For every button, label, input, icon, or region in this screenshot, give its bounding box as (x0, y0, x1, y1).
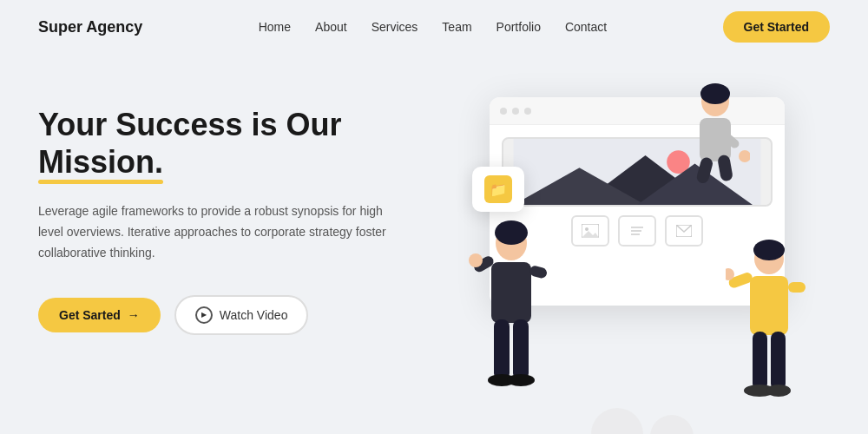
svg-point-14 (495, 220, 528, 245)
svg-point-31 (753, 240, 785, 260)
play-icon: ▶ (195, 306, 213, 324)
deco-circle-1 (591, 408, 643, 434)
nav-team[interactable]: Team (442, 20, 471, 34)
hero-title-highlighted: Mission. (38, 143, 163, 181)
svg-rect-19 (513, 319, 529, 380)
svg-rect-36 (771, 332, 786, 391)
nav-home[interactable]: Home (259, 20, 291, 34)
svg-point-29 (739, 150, 750, 162)
site-logo: Super Agency (38, 18, 142, 36)
browser-icon-text (618, 215, 656, 247)
browser-dot-1 (500, 108, 507, 115)
hero-description: Leverage agile frameworks to provide a r… (38, 201, 403, 263)
bottom-decoration (591, 408, 694, 434)
nav-about[interactable]: About (315, 20, 347, 34)
person-top-illustration (681, 80, 750, 193)
floating-card: 📁 (472, 167, 524, 212)
svg-rect-17 (529, 265, 548, 279)
browser-icon-image (571, 215, 609, 247)
nav-services[interactable]: Services (372, 20, 418, 34)
browser-dot-2 (512, 108, 519, 115)
svg-rect-34 (788, 282, 806, 293)
nav-links: Home About Services Team Portfolio Conta… (259, 19, 607, 35)
card-folder-icon: 📁 (484, 175, 512, 203)
svg-rect-32 (750, 276, 788, 335)
watch-video-button[interactable]: ▶ Watch Video (174, 295, 309, 335)
svg-rect-28 (717, 155, 733, 182)
get-started-button[interactable]: Get Sarted → (38, 298, 161, 332)
svg-point-24 (700, 83, 730, 104)
browser-dot-3 (524, 108, 531, 115)
svg-rect-27 (695, 156, 713, 185)
svg-point-21 (507, 374, 535, 386)
person-left-illustration (464, 217, 559, 425)
svg-point-22 (469, 253, 483, 267)
svg-point-38 (766, 385, 791, 397)
navbar: Super Agency Home About Services Team Po… (0, 0, 868, 54)
svg-rect-35 (753, 332, 767, 391)
nav-contact[interactable]: Contact (565, 20, 607, 34)
svg-point-7 (585, 227, 589, 231)
nav-portfolio[interactable]: Portfolio (496, 20, 541, 34)
svg-marker-8 (582, 231, 599, 238)
hero-title: Your Success is Our Mission. (38, 106, 455, 181)
browser-icon-mail (665, 215, 703, 247)
svg-rect-18 (494, 319, 510, 380)
svg-rect-15 (491, 262, 531, 323)
hero-text: Your Success is Our Mission. Leverage ag… (38, 89, 455, 335)
nav-cta-button[interactable]: Get Started (723, 11, 830, 43)
hero-illustration: 📁 (455, 89, 830, 434)
deco-circle-2 (650, 415, 694, 434)
hero-section: Your Success is Our Mission. Leverage ag… (0, 54, 868, 434)
person-right-illustration (726, 234, 812, 425)
hero-buttons: Get Sarted → ▶ Watch Video (38, 295, 455, 335)
